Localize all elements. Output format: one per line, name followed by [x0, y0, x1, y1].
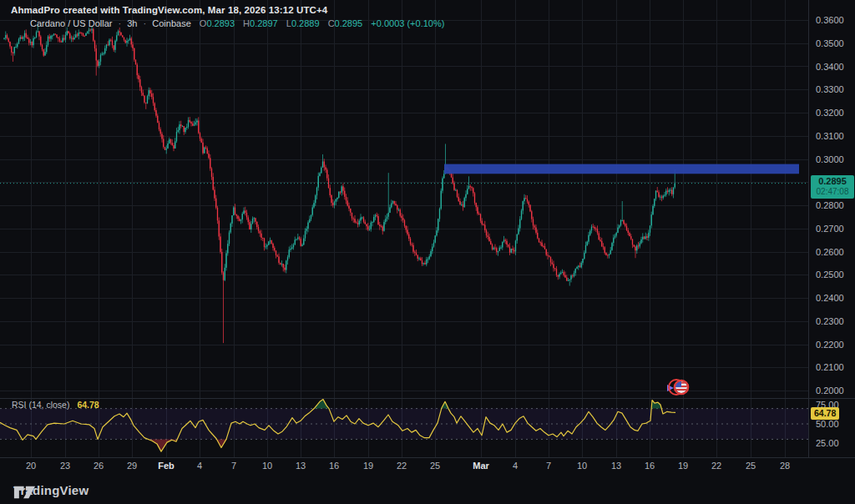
rsi-pane [0, 400, 808, 451]
time-axis-tick: 7 [546, 461, 551, 471]
time-axis-tick: 16 [645, 461, 655, 471]
exchange-label[interactable]: Coinbase [152, 18, 190, 28]
time-axis-tick: 22 [711, 461, 721, 471]
chart-canvas[interactable] [0, 0, 855, 504]
price-axis-tick: 0.2800 [816, 200, 844, 210]
legend-separator: · [119, 18, 122, 28]
price-axis-tick: 0.3300 [816, 84, 844, 94]
interval-label[interactable]: 3h [127, 18, 137, 28]
time-axis-tick: 4 [197, 461, 202, 471]
price-axis-tick: 0.2500 [816, 270, 844, 280]
time-axis-tick: 29 [127, 461, 137, 471]
rsi-name: RSI [12, 400, 27, 410]
legend-separator: · [144, 18, 147, 28]
price-axis-tick: 0.3400 [816, 62, 844, 72]
high-label: H [243, 18, 250, 28]
time-axis-tick: 22 [397, 461, 407, 471]
time-axis-tick: 28 [780, 461, 790, 471]
event-marker-icon[interactable] [667, 380, 688, 395]
time-axis-tick: 25 [746, 461, 756, 471]
price-axis-tick: 0.2400 [816, 293, 844, 303]
price-axis-tick: 0.3100 [816, 131, 844, 141]
price-axis-tick: 0.2200 [816, 340, 844, 350]
time-axis-month-tick: Mar [473, 461, 489, 471]
low-value: 0.2889 [291, 18, 320, 28]
time-axis-tick: 10 [577, 461, 587, 471]
current-price-value: 0.2895 [811, 177, 854, 186]
resistance-zone-rectangle[interactable] [444, 164, 799, 174]
grid [0, 0, 808, 457]
rsi-value: 64.78 [77, 400, 99, 410]
price-axis-tick: 0.2700 [816, 224, 844, 234]
time-axis-tick: 4 [513, 461, 518, 471]
symbol-title[interactable]: Cardano / US Dollar [30, 18, 112, 28]
rsi-axis-tick: 25.00 [816, 438, 839, 448]
high-value: 0.2897 [250, 18, 278, 28]
rsi-axis-tick: 50.00 [816, 419, 839, 429]
time-axis-tick: 23 [60, 461, 70, 471]
time-axis-tick: 25 [430, 461, 440, 471]
price-axis-tick: 0.3200 [816, 108, 844, 118]
price-axis-tick: 0.3000 [816, 154, 844, 164]
rsi-indicator-legend[interactable]: RSI (14, close) 64.78 [12, 400, 99, 410]
time-axis-tick: 26 [94, 461, 104, 471]
time-axis-tick: 16 [329, 461, 339, 471]
rsi-scale-value-label: 64.78 [811, 407, 839, 420]
tradingview-chart-window: AhmadPro created with TradingView.com, M… [0, 0, 855, 504]
price-axis-tick: 0.3500 [816, 38, 844, 48]
tradingview-logo[interactable]: TradingView [13, 483, 89, 497]
current-price-label: 0.2895 02:47:08 [811, 175, 854, 199]
time-axis-tick: 19 [363, 461, 373, 471]
time-axis-tick: 7 [231, 461, 236, 471]
symbol-legend: Cardano / US Dollar · 3h · Coinbase O0.2… [30, 18, 444, 28]
price-axis-tick: 0.2300 [816, 316, 844, 326]
rsi-params: (14, close) [28, 400, 69, 410]
time-axis-tick: 10 [262, 461, 272, 471]
open-value: 0.2893 [206, 18, 235, 28]
price-axis-tick: 0.2000 [816, 386, 844, 396]
price-axis-tick: 0.2100 [816, 362, 844, 372]
close-value: 0.2895 [335, 18, 363, 28]
time-axis-tick: 13 [611, 461, 621, 471]
time-axis-tick: 13 [296, 461, 306, 471]
close-label: C [328, 18, 335, 28]
time-axis-tick: 19 [678, 461, 688, 471]
tradingview-logo-icon [13, 483, 36, 501]
attribution-text: AhmadPro created with TradingView.com, M… [11, 5, 327, 15]
bar-countdown: 02:47:08 [811, 187, 854, 196]
change-value: +0.0003 (+0.10%) [371, 18, 444, 28]
time-axis-month-tick: Feb [158, 461, 175, 471]
time-axis-tick: 20 [26, 461, 36, 471]
price-axis-tick: 0.2600 [816, 247, 844, 257]
price-axis-tick: 0.3600 [816, 15, 844, 25]
